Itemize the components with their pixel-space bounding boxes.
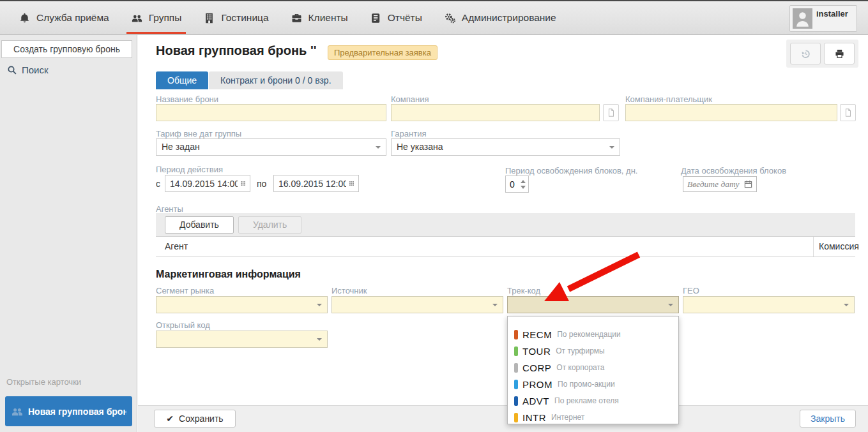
chevron-down-icon bbox=[492, 304, 498, 309]
nav-item-administration[interactable]: Администрирование bbox=[433, 1, 567, 34]
nav-label: Служба приёма bbox=[36, 12, 109, 24]
save-button[interactable]: ✔ Сохранить bbox=[154, 410, 236, 428]
option-desc: По рекламе отеля bbox=[554, 396, 619, 405]
period-from-value[interactable] bbox=[170, 179, 238, 189]
book-icon bbox=[370, 12, 382, 24]
document-icon bbox=[844, 108, 853, 117]
search-icon bbox=[7, 65, 17, 75]
agents-column-agent: Агент bbox=[156, 237, 813, 257]
nav-item-reports[interactable]: Отчёты bbox=[359, 1, 433, 34]
grid-icon bbox=[349, 180, 354, 187]
nav-item-front-office[interactable]: Служба приёма bbox=[8, 1, 120, 34]
chevron-down-icon bbox=[844, 304, 849, 309]
history-button[interactable] bbox=[790, 43, 821, 64]
nav-item-groups[interactable]: Группы bbox=[120, 1, 193, 34]
guarantee-select[interactable]: Не указана bbox=[391, 138, 620, 156]
period-to-input[interactable] bbox=[273, 175, 359, 192]
stepper-arrows[interactable] bbox=[519, 176, 528, 192]
nav-item-clients[interactable]: Клиенты bbox=[280, 1, 359, 34]
payer-company-input[interactable] bbox=[625, 104, 837, 121]
chevron-down-icon bbox=[317, 304, 322, 309]
briefcase-icon bbox=[291, 12, 303, 24]
history-icon bbox=[800, 48, 811, 59]
geo-select[interactable] bbox=[683, 296, 855, 313]
option-desc: По промо-акции bbox=[558, 380, 615, 389]
geo-label: ГЕО bbox=[683, 286, 699, 295]
agents-label: Агенты bbox=[156, 204, 183, 214]
user-name: installer bbox=[816, 8, 848, 29]
color-pill bbox=[514, 346, 518, 356]
guarantee-value: Не указана bbox=[397, 142, 443, 152]
company-lookup-button[interactable] bbox=[603, 104, 619, 121]
print-button[interactable] bbox=[824, 43, 855, 64]
tab-general[interactable]: Общие bbox=[156, 71, 208, 89]
agent-add-button[interactable]: Добавить bbox=[165, 216, 234, 234]
option-desc: От корпората bbox=[556, 363, 604, 372]
save-label: Сохранить bbox=[179, 413, 224, 424]
booking-name-input[interactable] bbox=[156, 104, 386, 121]
option-code: CORP bbox=[522, 362, 551, 373]
check-icon: ✔ bbox=[166, 413, 174, 424]
color-pill bbox=[514, 363, 518, 373]
dropdown-option-advt[interactable]: ADVT По рекламе отеля bbox=[508, 392, 678, 409]
top-navigation: Служба приёма Группы Гостиница Клиенты О… bbox=[0, 0, 868, 35]
page-title: Новая групповая бронь '' bbox=[156, 43, 316, 58]
avatar bbox=[793, 8, 812, 29]
nav-label: Отчёты bbox=[388, 12, 422, 24]
period-label: Период действия bbox=[156, 165, 223, 174]
open-code-label: Открытый код bbox=[156, 320, 210, 330]
booking-name-label: Название брони bbox=[156, 94, 218, 104]
release-date-field[interactable] bbox=[687, 179, 741, 190]
header-actions bbox=[786, 40, 858, 68]
close-button[interactable]: Закрыть bbox=[800, 410, 856, 428]
gears-icon bbox=[444, 12, 456, 24]
release-period-value[interactable] bbox=[506, 176, 519, 192]
arrow-down-icon[interactable] bbox=[521, 186, 526, 191]
search-label: Поиск bbox=[22, 64, 49, 75]
track-code-select[interactable] bbox=[507, 296, 679, 313]
company-input[interactable] bbox=[391, 104, 600, 121]
color-pill bbox=[514, 413, 518, 422]
dropdown-option-intr[interactable]: INTR Интернет bbox=[508, 409, 678, 426]
tariff-select[interactable]: Не задан bbox=[156, 138, 386, 156]
guarantee-label: Гарантия bbox=[391, 129, 426, 138]
create-group-booking-button[interactable]: Создать групповую бронь bbox=[1, 40, 132, 58]
open-cards-heading: Открытые карточки bbox=[6, 377, 81, 387]
main-content: Новая групповая бронь '' Предварительная… bbox=[138, 35, 868, 432]
sidebar-item-search[interactable]: Поиск bbox=[7, 64, 49, 75]
footer-bar bbox=[138, 405, 868, 432]
company-label: Компания bbox=[391, 94, 429, 104]
nav-label: Гостиница bbox=[221, 12, 268, 24]
dropdown-option-corp[interactable]: CORP От корпората bbox=[508, 359, 678, 376]
release-date-input[interactable] bbox=[683, 176, 757, 192]
period-from-input[interactable] bbox=[165, 175, 250, 192]
agent-delete-button[interactable]: Удалить bbox=[238, 216, 301, 234]
source-select[interactable] bbox=[331, 296, 503, 313]
open-code-select[interactable] bbox=[156, 331, 328, 348]
grid-icon bbox=[241, 180, 245, 187]
tariff-value: Не задан bbox=[162, 142, 200, 152]
payer-company-lookup-button[interactable] bbox=[840, 104, 856, 121]
dropdown-option-prom[interactable]: PROM По промо-акции bbox=[508, 376, 678, 392]
users-icon bbox=[11, 405, 24, 418]
segment-select[interactable] bbox=[156, 296, 328, 313]
nav-item-hotel[interactable]: Гостиница bbox=[192, 1, 279, 34]
user-menu[interactable]: installer bbox=[789, 5, 857, 32]
dropdown-option-recm[interactable]: RECM По рекомендации bbox=[508, 326, 678, 343]
dropdown-option-tour[interactable]: TOUR От турфирмы bbox=[508, 343, 678, 359]
option-code: TOUR bbox=[522, 346, 551, 357]
arrow-up-icon[interactable] bbox=[521, 177, 526, 183]
nav-label: Администрирование bbox=[462, 12, 556, 24]
users-icon bbox=[131, 12, 143, 24]
period-from-prefix: с bbox=[156, 179, 160, 189]
period-to-value[interactable] bbox=[278, 179, 346, 189]
open-card-group-booking[interactable]: Новая групповая брон... bbox=[5, 396, 132, 426]
chevron-down-icon bbox=[609, 146, 614, 151]
release-period-stepper[interactable] bbox=[505, 175, 529, 193]
calendar-icon bbox=[744, 180, 752, 188]
tab-contract-bookings[interactable]: Контракт и брони 0 / 0 взр. bbox=[209, 71, 343, 89]
payer-company-label: Компания-плательщик bbox=[625, 94, 712, 104]
app-window: Служба приёма Группы Гостиница Клиенты О… bbox=[0, 0, 868, 432]
agents-table: Агент Комиссия bbox=[156, 236, 855, 257]
tab-bar: Общие Контракт и брони 0 / 0 взр. bbox=[156, 71, 343, 89]
